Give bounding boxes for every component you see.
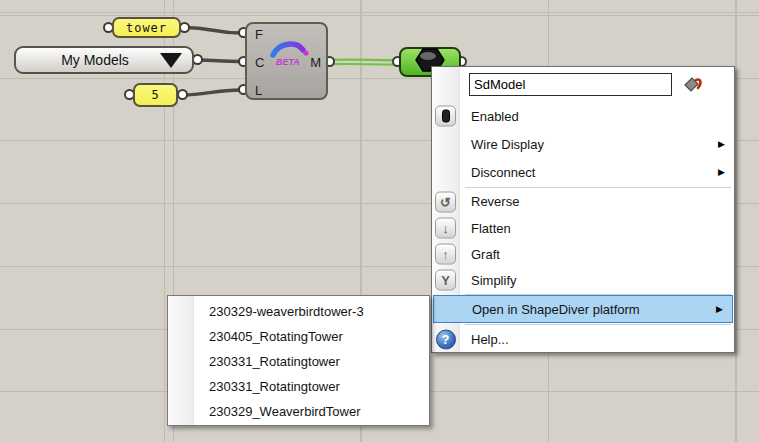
number-panel-output-port[interactable] (177, 89, 188, 100)
menu-item-label: Enabled (471, 109, 519, 124)
submenu-item-label: 230331_Rotatingtower (209, 379, 340, 394)
paint-bucket-icon[interactable] (682, 74, 704, 96)
menu-item-label: Simplify (471, 273, 517, 288)
submenu-arrow-icon: ▶ (718, 139, 725, 149)
submenu-item-label: 230329-weaverbirdtower-3 (209, 304, 364, 319)
submenu-arrow-icon: ▶ (718, 167, 725, 177)
component-name-input[interactable] (469, 73, 672, 96)
shapediver-models-submenu: 230329-weaverbirdtower-3 230405_Rotating… (167, 295, 430, 426)
menu-item-label: Help... (471, 332, 509, 347)
menu-item-label: Open in ShapeDiver platform (472, 302, 640, 317)
menu-item-wire-display[interactable]: Wire Display ▶ (432, 130, 734, 158)
panel-number-text: 5 (151, 88, 159, 102)
wire-m-to-node-a[interactable] (331, 60, 396, 61)
input-label-l: L (255, 83, 262, 98)
wire-m-to-node-b[interactable] (331, 64, 396, 65)
shapediver-beta-cloud-icon: BETA (269, 38, 311, 76)
help-question-icon: ? (435, 329, 456, 350)
reverse-icon: ↺ (435, 191, 456, 212)
submenu-item-model-5[interactable]: 230329_WeaverbirdTower (168, 399, 429, 424)
enabled-toggle-icon (435, 106, 456, 127)
menu-item-label: Graft (471, 247, 500, 262)
graft-up-arrow-icon: ↑ (435, 244, 456, 265)
menu-item-label: Wire Display (471, 137, 544, 152)
submenu-item-model-2[interactable]: 230405_RotatingTower (168, 324, 429, 349)
menu-item-label: Reverse (471, 194, 519, 209)
simplify-icon: Y (435, 270, 456, 291)
menu-item-graft[interactable]: ↑ Graft (432, 241, 734, 267)
value-list-my-models[interactable]: My Models (14, 46, 194, 74)
submenu-item-model-1[interactable]: 230329-weaverbirdtower-3 (168, 299, 429, 324)
panel-tower-text: tower (126, 21, 167, 35)
flatten-down-arrow-icon: ↓ (435, 218, 456, 239)
wire-mymodels-to-c[interactable] (198, 60, 241, 62)
submenu-arrow-icon: ▶ (716, 304, 723, 314)
menu-item-open-in-shapediver[interactable]: Open in ShapeDiver platform ▶ (433, 295, 733, 323)
component-context-menu: Enabled Wire Display ▶ Disconnect ▶ ↺ Re… (431, 66, 735, 353)
menu-item-disconnect[interactable]: Disconnect ▶ (432, 158, 734, 186)
output-label-m: M (310, 55, 321, 70)
shapediver-model-component[interactable]: F C L M BETA (245, 22, 328, 100)
menu-item-help[interactable]: ? Help... (432, 325, 734, 353)
panel-number[interactable]: 5 (133, 83, 178, 107)
grasshopper-canvas[interactable]: tower My Models 5 F C L M BETA (0, 0, 759, 442)
value-list-label: My Models (16, 52, 160, 68)
submenu-item-model-3[interactable]: 230331_Rotatingtower (168, 349, 429, 374)
wire-tower-to-f[interactable] (185, 28, 241, 34)
menu-item-label: Disconnect (471, 165, 535, 180)
menu-item-enabled[interactable]: Enabled (432, 102, 734, 130)
input-label-f: F (255, 27, 263, 42)
menu-item-reverse[interactable]: ↺ Reverse (432, 188, 734, 215)
submenu-item-model-4[interactable]: 230331_Rotatingtower (168, 374, 429, 399)
menu-item-flatten[interactable]: ↓ Flatten (432, 215, 734, 241)
svg-text:BETA: BETA (276, 57, 300, 67)
panel-tower[interactable]: tower (112, 17, 181, 38)
menu-item-simplify[interactable]: Y Simplify (432, 267, 734, 293)
wire-5-to-l[interactable] (182, 90, 241, 95)
submenu-item-label: 230331_Rotatingtower (209, 354, 340, 369)
input-label-c: C (255, 55, 264, 70)
dropdown-arrow-icon[interactable] (160, 53, 182, 68)
component-name-row (432, 72, 734, 102)
submenu-item-label: 230329_WeaverbirdTower (209, 404, 361, 419)
menu-item-label: Flatten (471, 221, 511, 236)
submenu-item-label: 230405_RotatingTower (209, 329, 343, 344)
